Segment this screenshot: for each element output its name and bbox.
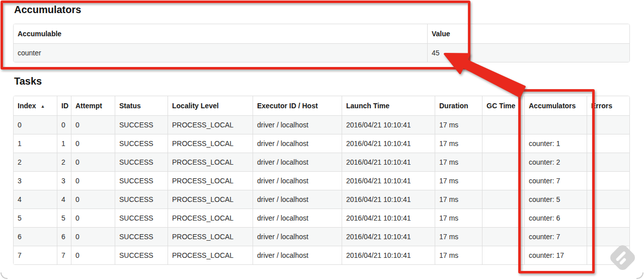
cell-locality-level: PROCESS_LOCAL	[168, 227, 253, 246]
cell-executor-id-host: driver / localhost	[253, 208, 342, 227]
accumulators-section-title: Accumulators	[14, 4, 81, 16]
cell-duration: 17 ms	[435, 190, 482, 208]
cell-locality-level: PROCESS_LOCAL	[168, 171, 253, 190]
cell-locality-level: PROCESS_LOCAL	[168, 190, 253, 208]
cell-duration: 17 ms	[435, 153, 482, 171]
cell-locality-level: PROCESS_LOCAL	[168, 134, 253, 153]
cell-index: 6	[14, 227, 57, 246]
col-header-executor-id-host[interactable]: Executor ID / Host	[253, 96, 342, 115]
cell-id: 1	[57, 134, 71, 153]
cell-accumulators: counter: 17	[524, 246, 587, 264]
cell-index: 3	[14, 171, 57, 190]
cell-index: 1	[14, 134, 57, 153]
cell-gc-time	[482, 153, 524, 171]
cell-id: 3	[57, 171, 71, 190]
frame-corner-bottom-right	[636, 272, 643, 279]
cell-id: 4	[57, 190, 71, 208]
cell-accumulators: counter: 2	[524, 153, 587, 171]
cell-gc-time	[482, 171, 524, 190]
tasks-section-title: Tasks	[14, 76, 42, 87]
cell-accumulators: counter: 1	[524, 134, 587, 153]
col-header-accumulable[interactable]: Accumulable	[14, 24, 427, 43]
cell-locality-level: PROCESS_LOCAL	[168, 246, 253, 264]
cell-status: SUCCESS	[115, 246, 168, 264]
cell-status: SUCCESS	[115, 115, 168, 134]
cell-errors	[587, 190, 629, 208]
accumulators-table: Accumulable Value counter45	[13, 24, 630, 62]
cell-accumulable: counter	[14, 43, 427, 62]
table-row: 000SUCCESSPROCESS_LOCALdriver / localhos…	[14, 115, 629, 134]
cell-attempt: 0	[71, 115, 115, 134]
cell-locality-level: PROCESS_LOCAL	[168, 153, 253, 171]
col-header-accumulators[interactable]: Accumulators	[524, 96, 587, 115]
cell-attempt: 0	[71, 208, 115, 227]
col-header-locality-level[interactable]: Locality Level	[168, 96, 253, 115]
tasks-table-body: 000SUCCESSPROCESS_LOCALdriver / localhos…	[14, 115, 629, 264]
cell-id: 0	[57, 115, 71, 134]
cell-accumulators: counter: 7	[524, 171, 587, 190]
cell-index: 5	[14, 208, 57, 227]
accumulators-table-body: counter45	[14, 43, 629, 62]
cell-launch-time: 2016/04/21 10:10:41	[342, 171, 435, 190]
cell-launch-time: 2016/04/21 10:10:41	[342, 227, 435, 246]
cell-launch-time: 2016/04/21 10:10:41	[342, 208, 435, 227]
cell-errors	[587, 227, 629, 246]
cell-duration: 17 ms	[435, 227, 482, 246]
cell-errors	[587, 134, 629, 153]
cell-launch-time: 2016/04/21 10:10:41	[342, 190, 435, 208]
cell-id: 6	[57, 227, 71, 246]
col-header-attempt[interactable]: Attempt	[71, 96, 115, 115]
table-row: 440SUCCESSPROCESS_LOCALdriver / localhos…	[14, 190, 629, 208]
cell-errors	[587, 208, 629, 227]
table-row: 660SUCCESSPROCESS_LOCALdriver / localhos…	[14, 227, 629, 246]
col-header-gc-time[interactable]: GC Time	[482, 96, 524, 115]
cell-attempt: 0	[71, 134, 115, 153]
cell-errors	[587, 115, 629, 134]
frame-corner-bottom-left	[1, 272, 8, 279]
cell-attempt: 0	[71, 190, 115, 208]
cell-executor-id-host: driver / localhost	[253, 227, 342, 246]
cell-executor-id-host: driver / localhost	[253, 153, 342, 171]
spark-stage-page: Accumulators Accumulable Value counter45…	[0, 0, 644, 280]
cell-attempt: 0	[71, 171, 115, 190]
cell-gc-time	[482, 246, 524, 264]
table-row: 220SUCCESSPROCESS_LOCALdriver / localhos…	[14, 153, 629, 171]
col-header-id[interactable]: ID	[57, 96, 71, 115]
cell-attempt: 0	[71, 153, 115, 171]
col-header-duration[interactable]: Duration	[435, 96, 482, 115]
cell-attempt: 0	[71, 246, 115, 264]
col-header-launch-time[interactable]: Launch Time	[342, 96, 435, 115]
col-header-value[interactable]: Value	[427, 24, 629, 43]
cell-accumulators: counter: 5	[524, 190, 587, 208]
cell-accumulators: counter: 6	[524, 208, 587, 227]
cell-errors	[587, 171, 629, 190]
cell-executor-id-host: driver / localhost	[253, 246, 342, 264]
cell-accumulators: counter: 7	[524, 227, 587, 246]
cell-gc-time	[482, 190, 524, 208]
cell-launch-time: 2016/04/21 10:10:41	[342, 115, 435, 134]
cell-status: SUCCESS	[115, 208, 168, 227]
sort-ascending-icon: ▲	[41, 104, 45, 109]
cell-executor-id-host: driver / localhost	[253, 115, 342, 134]
cell-errors	[587, 153, 629, 171]
cell-gc-time	[482, 208, 524, 227]
table-row: 550SUCCESSPROCESS_LOCALdriver / localhos…	[14, 208, 629, 227]
cell-duration: 17 ms	[435, 208, 482, 227]
cell-index: 0	[14, 115, 57, 134]
cell-executor-id-host: driver / localhost	[253, 171, 342, 190]
cell-duration: 17 ms	[435, 115, 482, 134]
cell-launch-time: 2016/04/21 10:10:41	[342, 153, 435, 171]
cell-index: 4	[14, 190, 57, 208]
cell-duration: 17 ms	[435, 171, 482, 190]
cell-status: SUCCESS	[115, 153, 168, 171]
cell-id: 5	[57, 208, 71, 227]
accumulators-header-row: Accumulable Value	[14, 24, 629, 43]
cell-duration: 17 ms	[435, 246, 482, 264]
col-header-index[interactable]: Index▲	[14, 96, 57, 115]
table-row: 770SUCCESSPROCESS_LOCALdriver / localhos…	[14, 246, 629, 264]
cell-locality-level: PROCESS_LOCAL	[168, 208, 253, 227]
cell-id: 7	[57, 246, 71, 264]
col-header-status[interactable]: Status	[115, 96, 168, 115]
col-header-errors[interactable]: Errors	[587, 96, 629, 115]
cell-accumulators	[524, 115, 587, 134]
